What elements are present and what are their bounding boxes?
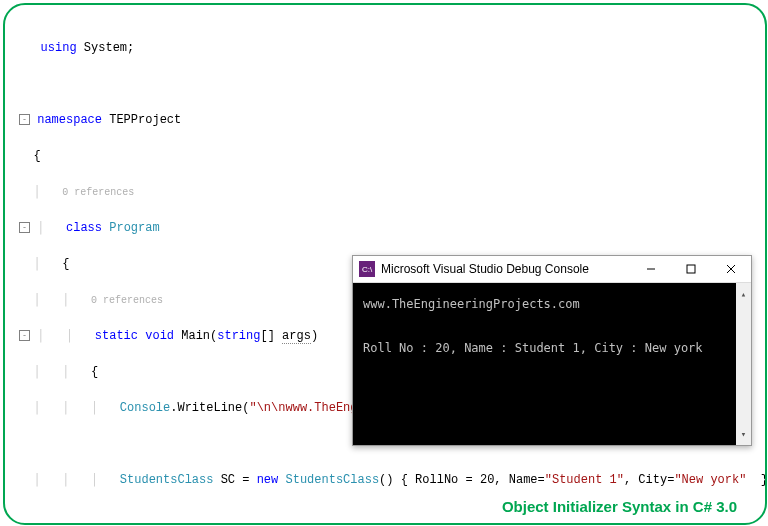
console-title-text: Microsoft Visual Studio Debug Console: [381, 262, 631, 276]
vs-console-icon: C:\: [359, 261, 375, 277]
scrollbar[interactable]: ▴ ▾: [736, 283, 751, 445]
fold-icon[interactable]: -: [19, 222, 30, 233]
maximize-button[interactable]: [671, 256, 711, 282]
console-window: C:\ Microsoft Visual Studio Debug Consol…: [352, 255, 752, 446]
code-lens-0ref[interactable]: 0 references: [62, 187, 134, 198]
type-program: Program: [102, 221, 160, 235]
keyword-namespace: namespace: [37, 113, 102, 127]
console-line: www.TheEngineeringProjects.com: [363, 293, 741, 315]
svg-rect-1: [687, 265, 695, 273]
close-button[interactable]: [711, 256, 751, 282]
fold-icon[interactable]: -: [19, 330, 30, 341]
type-studentsclass: StudentsClass: [120, 473, 214, 487]
console-titlebar[interactable]: C:\ Microsoft Visual Studio Debug Consol…: [353, 256, 751, 283]
scroll-up-icon[interactable]: ▴: [741, 283, 746, 305]
fold-icon[interactable]: -: [19, 114, 30, 125]
type-console: Console: [120, 401, 170, 415]
keyword-using: using: [41, 41, 77, 55]
scroll-down-icon[interactable]: ▾: [741, 423, 746, 445]
code-lens-0ref[interactable]: 0 references: [91, 295, 163, 306]
screenshot-frame: using System; - namespace TEPProject { │…: [3, 3, 767, 525]
caption-text: Object Initializer Syntax in C# 3.0: [502, 498, 737, 515]
console-line: Roll No : 20, Name : Student 1, City : N…: [363, 337, 741, 359]
minimize-button[interactable]: [631, 256, 671, 282]
keyword-class: class: [66, 221, 102, 235]
console-output[interactable]: www.TheEngineeringProjects.com Roll No :…: [353, 283, 751, 445]
